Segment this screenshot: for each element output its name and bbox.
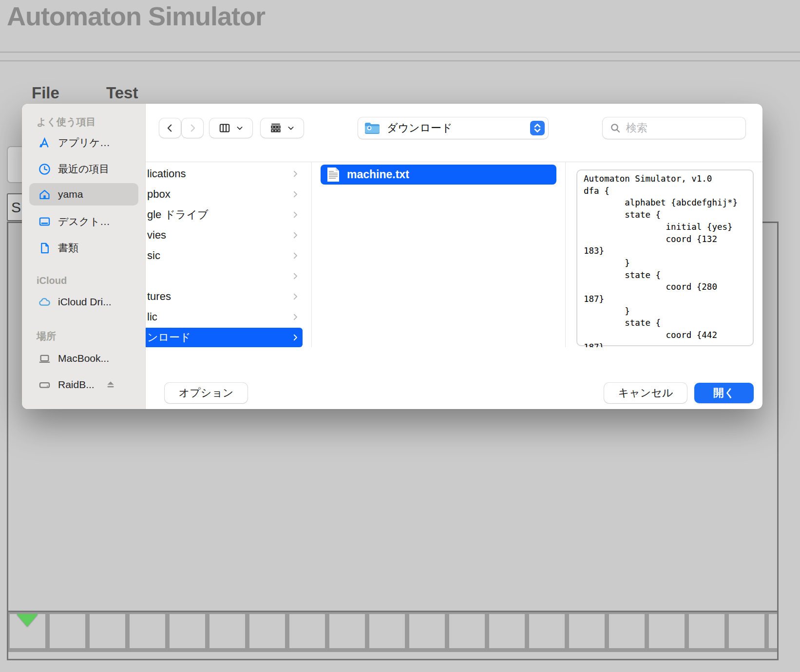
tape-cell[interactable] <box>569 614 605 648</box>
sidebar-item-documents[interactable]: 書類 <box>29 237 138 259</box>
chevron-right-icon <box>291 272 300 280</box>
folder-row-downloads-selected[interactable]: ンロード <box>146 328 303 347</box>
tape-cell[interactable] <box>489 614 525 648</box>
location-label: ダウンロード <box>387 121 530 135</box>
up-down-chevrons-icon <box>532 122 543 134</box>
sidebar-item-raid-drive[interactable]: RaidB... <box>29 373 138 396</box>
sidebar-item-label: yama <box>58 188 83 200</box>
eject-icon[interactable] <box>105 379 116 390</box>
tape-cell[interactable] <box>369 614 405 648</box>
sidebar-header-locations: 場所 <box>37 330 56 343</box>
tape-cell[interactable] <box>130 614 165 648</box>
chevron-right-icon <box>291 231 300 240</box>
search-icon <box>610 122 621 134</box>
open-button[interactable]: 開く <box>694 383 754 403</box>
chevron-right-icon <box>291 292 300 301</box>
tape-cell[interactable] <box>210 614 245 648</box>
page-title: Automaton Simulator <box>7 1 265 31</box>
folder-row[interactable]: lications <box>146 164 303 184</box>
chevron-left-icon <box>165 123 175 133</box>
chevron-right-icon <box>291 210 300 219</box>
open-file-dialog: よく使う項目 アプリケ… 最近の項目 yama デスクト… 書類 iCloud … <box>22 104 762 409</box>
menu-file[interactable]: File <box>32 84 59 102</box>
sidebar-item-icloud-drive[interactable]: iCloud Dri... <box>29 291 138 313</box>
document-icon <box>38 242 51 255</box>
sidebar-item-label: MacBook... <box>58 353 109 364</box>
tape-cell[interactable] <box>449 614 485 648</box>
sidebar-header-icloud: iCloud <box>37 275 67 286</box>
chevron-down-icon <box>236 124 244 132</box>
chevron-down-icon <box>287 124 295 132</box>
tape-cell[interactable] <box>170 614 205 648</box>
sidebar-item-label: アプリケ… <box>58 136 110 149</box>
dialog-sidebar: よく使う項目 アプリケ… 最近の項目 yama デスクト… 書類 iCloud … <box>22 104 146 409</box>
tape-head-marker[interactable] <box>17 614 38 627</box>
appstore-icon <box>38 136 51 149</box>
folder-row[interactable] <box>146 266 303 286</box>
home-icon <box>38 188 51 201</box>
tape-cell[interactable] <box>409 614 445 648</box>
tape-cell[interactable] <box>329 614 365 648</box>
file-row-machine-txt[interactable]: machine.txt <box>321 165 556 185</box>
search-input[interactable] <box>626 122 728 134</box>
tape-cells <box>8 612 777 651</box>
file-browser-columns: lications pbox gle ドライブ vies sic tures l… <box>146 162 762 347</box>
group-view-button[interactable] <box>261 118 304 138</box>
menu-test[interactable]: Test <box>106 84 138 102</box>
chevron-right-icon <box>291 190 300 199</box>
sidebar-item-label: 書類 <box>58 241 78 255</box>
tape-cell[interactable] <box>689 614 724 648</box>
sidebar-item-macbook[interactable]: MacBook... <box>29 347 138 370</box>
horizontal-rule <box>0 60 800 61</box>
tape-cell[interactable] <box>249 614 285 648</box>
sidebar-item-recents[interactable]: 最近の項目 <box>29 158 138 180</box>
forward-button[interactable] <box>182 118 203 138</box>
tape-cell[interactable] <box>609 614 645 648</box>
columns-icon <box>218 122 231 134</box>
folder-row[interactable]: sic <box>146 246 303 265</box>
file-name-label: machine.txt <box>347 168 409 181</box>
tape-cell[interactable] <box>649 614 685 648</box>
sidebar-item-label: RaidB... <box>58 379 95 391</box>
chevron-right-icon <box>291 251 300 260</box>
sidebar-item-desktop[interactable]: デスクト… <box>29 210 138 233</box>
drive-icon <box>38 378 51 392</box>
tape-scrollbar[interactable] <box>8 651 777 659</box>
tape-cell[interactable] <box>729 614 764 648</box>
chevron-right-icon <box>291 169 300 178</box>
sidebar-item-label: 最近の項目 <box>58 162 110 176</box>
tape-cell[interactable] <box>769 614 777 648</box>
back-button[interactable] <box>159 118 181 138</box>
clock-icon <box>38 163 51 176</box>
sidebar-item-label: デスクト… <box>58 215 110 228</box>
tape-cell[interactable] <box>529 614 565 648</box>
file-preview-text: Automaton Simulator, v1.0 dfa { alphabet… <box>584 173 738 347</box>
laptop-icon <box>38 352 51 365</box>
tape-cell[interactable] <box>90 614 125 648</box>
column-view-button[interactable] <box>210 118 252 138</box>
tape-section <box>8 611 777 659</box>
sidebar-item-applications[interactable]: アプリケ… <box>29 131 138 154</box>
sidebar-item-home[interactable]: yama <box>29 183 138 205</box>
chevron-right-icon <box>291 333 300 342</box>
desktop-icon <box>38 215 51 228</box>
partial-button-label: S <box>11 199 21 216</box>
cancel-button[interactable]: キャンセル <box>604 383 687 403</box>
folder-row[interactable]: pbox <box>146 185 303 204</box>
folder-row[interactable]: vies <box>146 225 303 245</box>
options-button[interactable]: オプション <box>165 383 248 403</box>
chevron-right-icon <box>291 313 300 321</box>
folder-row[interactable]: tures <box>146 287 303 306</box>
folder-row[interactable]: gle ドライブ <box>146 205 303 224</box>
sidebar-header-favorites: よく使う項目 <box>37 115 95 129</box>
tape-cell[interactable] <box>289 614 325 648</box>
tape-cell[interactable] <box>50 614 85 648</box>
search-field[interactable] <box>603 117 745 139</box>
folder-row[interactable]: lic <box>146 307 303 327</box>
sidebar-item-label: iCloud Dri... <box>58 296 112 308</box>
location-dropdown[interactable]: ダウンロード <box>358 117 548 139</box>
file-preview-box: Automaton Simulator, v1.0 dfa { alphabet… <box>576 169 754 346</box>
folder-column: lications pbox gle ドライブ vies sic tures l… <box>146 162 312 347</box>
location-stepper[interactable] <box>530 121 545 135</box>
groups-icon <box>269 122 282 134</box>
